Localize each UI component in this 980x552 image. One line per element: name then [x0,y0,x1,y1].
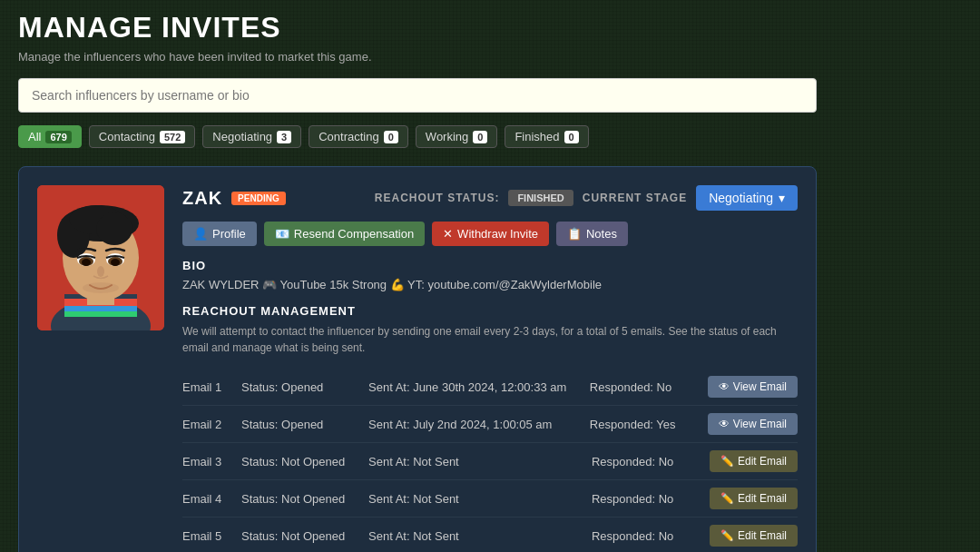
filter-label: Negotiating [212,130,272,143]
email-edit-button[interactable]: ✏️ Edit Email [710,450,798,472]
email-row: Email 4 Status: Not Opened Sent At: Not … [182,480,798,518]
email-action-label: View Email [733,418,787,430]
filter-count: 0 [564,131,579,143]
filter-count: 0 [473,131,487,143]
x-icon: ✕ [443,227,453,241]
filter-count: 572 [160,131,185,143]
resend-compensation-button[interactable]: 📧 Resend Compensation [264,222,425,246]
email-edit-button[interactable]: ✏️ Edit Email [710,488,798,509]
email-row: Email 1 Status: Opened Sent At: June 30t… [182,369,798,406]
profile-label: Profile [212,227,246,241]
search-input[interactable] [18,78,817,113]
card-header: ZAK PENDING REACHOUT STATUS: FINISHED CU… [182,185,798,211]
email-edit-button[interactable]: ✏️ Edit Email [710,525,798,547]
email-responded: Responded: No [592,492,701,506]
email-sent-at: Sent At: June 30th 2024, 12:00:33 am [368,380,581,394]
user-icon: 👤 [193,227,208,241]
withdraw-label: Withdraw Invite [457,227,538,241]
email-action-cell: ✏️ Edit Email [710,525,798,547]
resend-label: Resend Compensation [294,227,414,241]
email-responded: Responded: No [592,455,701,468]
email-status: Status: Opened [241,380,359,394]
email-label: Email 2 [182,418,232,431]
edit-icon: ✏️ [720,492,734,505]
svg-point-18 [97,266,104,277]
svg-rect-4 [64,306,137,311]
email-responded: Responded: Yes [590,418,699,431]
filter-count: 679 [45,131,71,143]
view-icon: 👁 [719,380,730,393]
email-label: Email 3 [182,455,232,468]
filter-count: 0 [384,131,398,143]
filter-label: Finished [514,130,559,143]
svg-point-11 [96,212,132,245]
filter-tab-working[interactable]: Working0 [416,125,498,148]
current-stage-dropdown[interactable]: Negotiating ▾ [696,185,798,211]
email-action-cell: 👁 View Email [708,413,798,435]
filter-count: 3 [277,131,291,143]
action-buttons: 👤 Profile 📧 Resend Compensation ✕ Withdr… [182,222,798,246]
page-subtitle: Manage the influencers who have been inv… [18,50,962,64]
bio-text: ZAK WYLDER 🎮 YouTube 15k Strong 💪 YT: yo… [182,278,798,291]
filter-tabs: All679Contacting572Negotiating3Contracti… [18,125,962,148]
filter-tab-negotiating[interactable]: Negotiating3 [202,125,301,148]
email-view-button[interactable]: 👁 View Email [708,376,798,398]
current-stage-value: Negotiating [709,191,773,205]
email-action-label: Edit Email [738,529,787,542]
chevron-down-icon: ▾ [779,191,785,205]
view-icon: 👁 [719,418,730,430]
filter-label: Working [426,130,468,143]
reachout-status-label: REACHOUT STATUS: [375,192,500,204]
email-row: Email 5 Status: Not Opened Sent At: Not … [182,518,798,552]
email-row: Email 3 Status: Not Opened Sent At: Not … [182,443,798,480]
email-sent-at: Sent At: July 2nd 2024, 1:00:05 am [368,418,581,431]
resend-icon: 📧 [275,227,289,241]
email-action-label: Edit Email [738,455,787,468]
email-sent-at: Sent At: Not Sent [368,492,583,506]
email-action-cell: ✏️ Edit Email [710,488,798,509]
email-responded: Responded: No [592,529,701,543]
edit-icon: ✏️ [720,529,734,542]
email-action-cell: ✏️ Edit Email [710,450,798,472]
bio-section-title: BIO [182,259,798,272]
filter-tab-contracting[interactable]: Contracting0 [309,125,408,148]
pending-badge: PENDING [231,192,286,205]
influencer-card: ZAK PENDING REACHOUT STATUS: FINISHED CU… [18,166,817,552]
avatar [37,185,164,330]
card-content: ZAK PENDING REACHOUT STATUS: FINISHED CU… [182,185,798,552]
filter-label: Contacting [99,130,155,143]
email-label: Email 5 [182,529,232,543]
edit-icon: ✏️ [720,455,734,468]
filter-tab-finished[interactable]: Finished0 [505,125,588,148]
notes-label: Notes [586,227,617,241]
email-responded: Responded: No [590,380,699,394]
notes-icon: 📋 [567,227,582,241]
email-action-cell: 👁 View Email [708,376,798,398]
email-sent-at: Sent At: Not Sent [368,455,583,468]
email-action-label: View Email [733,380,787,393]
filter-label: Contracting [318,130,378,143]
email-list: Email 1 Status: Opened Sent At: June 30t… [182,369,798,552]
page-title: MANAGE INVITES [18,11,962,44]
email-view-button[interactable]: 👁 View Email [708,413,798,435]
profile-button[interactable]: 👤 Profile [182,222,257,246]
email-status: Status: Not Opened [241,492,359,506]
email-sent-at: Sent At: Not Sent [368,529,583,543]
filter-label: All [28,130,41,143]
svg-point-19 [83,282,119,293]
email-status: Status: Opened [241,418,359,431]
filter-tab-contacting[interactable]: Contacting572 [89,125,196,148]
reachout-description: We will attempt to contact the influence… [182,323,798,356]
svg-point-17 [111,259,120,266]
filter-tab-all[interactable]: All679 [18,125,82,148]
reachout-section-title: REACHOUT MANAGEMENT [182,304,798,318]
influencer-name: ZAK [182,188,222,209]
email-label: Email 1 [182,380,232,394]
withdraw-invite-button[interactable]: ✕ Withdraw Invite [432,222,549,246]
reachout-status-area: REACHOUT STATUS: FINISHED CURRENT STAGE … [375,185,798,211]
email-label: Email 4 [182,492,232,506]
notes-button[interactable]: 📋 Notes [556,222,628,246]
email-status: Status: Not Opened [241,455,359,468]
influencer-name-row: ZAK PENDING [182,188,286,209]
email-status: Status: Not Opened [241,529,359,543]
